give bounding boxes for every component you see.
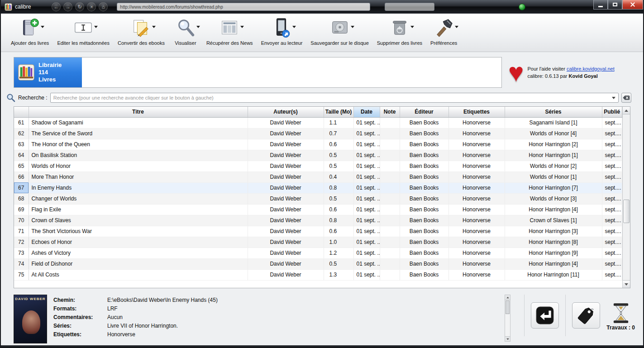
toolbar-button-send-to-device[interactable]: Envoyer au lecteur xyxy=(258,16,306,46)
cell-num[interactable]: 64 xyxy=(14,150,29,161)
cell-tags[interactable]: Honorverse xyxy=(448,237,505,248)
cell-date[interactable]: 01 sept. ... xyxy=(353,172,380,182)
cell-author[interactable]: David Weber xyxy=(248,204,324,215)
cell-size[interactable]: 1.0 xyxy=(324,237,353,248)
dropdown-arrow-icon[interactable] xyxy=(292,26,296,28)
cell-date[interactable]: 01 sept. ... xyxy=(353,215,380,226)
details-scroll-down-icon[interactable] xyxy=(505,336,510,341)
cell-author[interactable]: David Weber xyxy=(248,193,324,204)
cell-note[interactable] xyxy=(380,248,400,258)
cell-author[interactable]: David Weber xyxy=(248,139,324,150)
column-header-rating[interactable]: Note xyxy=(380,107,400,117)
table-row[interactable]: 74Field of DishonorDavid Weber0.501 sept… xyxy=(14,258,622,269)
cell-published[interactable]: sept.... xyxy=(602,226,622,237)
donate-heart-icon[interactable]: ♥ xyxy=(508,59,524,86)
cell-tags[interactable]: Honorverse xyxy=(448,117,505,128)
dropdown-arrow-icon[interactable] xyxy=(41,26,44,28)
cell-series[interactable]: Honor Harrington [2] xyxy=(505,139,602,150)
cell-size[interactable]: 1.3 xyxy=(324,269,353,280)
column-header-authors[interactable]: Auteur(s) xyxy=(248,107,324,117)
column-header-size[interactable]: Taille (Mo) xyxy=(324,107,353,117)
cell-tags[interactable]: Honorverse xyxy=(448,161,505,172)
book-cover[interactable]: DAVID WEBER xyxy=(14,295,47,343)
column-header-date[interactable]: Date xyxy=(353,107,380,117)
edit-tags-button[interactable] xyxy=(572,302,600,329)
cell-num[interactable]: 75 xyxy=(14,269,29,280)
dropdown-arrow-icon[interactable] xyxy=(455,26,458,28)
cell-author[interactable]: David Weber xyxy=(248,161,324,172)
cell-tags[interactable]: Honorverse xyxy=(448,128,505,139)
home-icon[interactable]: ⌂ xyxy=(99,2,108,11)
cell-publisher[interactable]: Baen Books xyxy=(400,204,448,215)
cell-note[interactable] xyxy=(380,161,400,172)
table-row[interactable]: 75At All CostsDavid Weber1.301 sept. ...… xyxy=(14,269,622,280)
cell-num[interactable]: 67 xyxy=(14,182,29,193)
jobs-indicator[interactable]: Travaux : 0 xyxy=(606,300,635,331)
toolbar-button-save-to-disk[interactable]: Sauvegarder sur le disque xyxy=(307,16,372,46)
dropdown-arrow-icon[interactable] xyxy=(351,26,354,28)
cell-series[interactable]: Worlds of Honor [3] xyxy=(505,193,602,204)
dropdown-arrow-icon[interactable] xyxy=(196,26,200,28)
cell-date[interactable]: 01 sept. ... xyxy=(353,248,380,258)
advanced-search-icon[interactable] xyxy=(6,93,15,102)
cell-published[interactable]: sept.... xyxy=(602,139,622,150)
cell-title[interactable]: The Honor of the Queen xyxy=(29,139,248,150)
cell-num[interactable]: 61 xyxy=(14,117,29,128)
toolbar-button-edit-metadata[interactable]: Editer les métadonnées xyxy=(53,16,113,46)
cell-title[interactable]: Flag in Exile xyxy=(29,204,248,215)
cell-published[interactable]: sept.... xyxy=(602,193,622,204)
cell-size[interactable]: 0.8 xyxy=(324,215,353,226)
cell-author[interactable]: David Weber xyxy=(248,117,324,128)
cell-series[interactable]: Worlds of Honor [4] xyxy=(505,128,602,139)
open-containing-folder-button[interactable] xyxy=(531,302,559,329)
cell-num[interactable]: 68 xyxy=(14,193,29,204)
column-header-tags[interactable]: Etiquettes xyxy=(448,107,505,117)
cell-series[interactable]: Honor Harrington [8] xyxy=(505,237,602,248)
back-icon[interactable]: ← xyxy=(52,2,61,11)
column-header-published[interactable]: Publié xyxy=(602,107,622,117)
dropdown-arrow-icon[interactable] xyxy=(94,26,98,28)
cell-note[interactable] xyxy=(380,150,400,161)
cell-size[interactable]: 0.5 xyxy=(324,161,353,172)
cell-note[interactable] xyxy=(380,237,400,248)
cell-author[interactable]: David Weber xyxy=(248,258,324,269)
cell-date[interactable]: 01 sept. ... xyxy=(353,161,380,172)
cell-published[interactable]: sept.... xyxy=(602,269,622,280)
cell-note[interactable] xyxy=(380,269,400,280)
cell-publisher[interactable]: Baen Books xyxy=(400,139,448,150)
cell-note[interactable] xyxy=(380,204,400,215)
cell-tags[interactable]: Honorverse xyxy=(448,182,505,193)
cell-num[interactable]: 62 xyxy=(14,128,29,139)
cell-title[interactable]: Ashes of Victory xyxy=(29,248,248,258)
cell-published[interactable]: sept.... xyxy=(602,172,622,182)
table-row[interactable]: 73Ashes of VictoryDavid Weber1.201 sept.… xyxy=(14,248,622,258)
cell-num[interactable]: 65 xyxy=(14,161,29,172)
scroll-up-icon[interactable] xyxy=(623,107,630,114)
cell-publisher[interactable]: Baen Books xyxy=(400,117,448,128)
cell-publisher[interactable]: Baen Books xyxy=(400,182,448,193)
cell-published[interactable]: sept.... xyxy=(602,182,622,193)
cell-num[interactable]: 71 xyxy=(14,226,29,237)
cell-published[interactable]: sept.... xyxy=(602,204,622,215)
column-header-publisher[interactable]: Éditeur xyxy=(400,107,448,117)
cell-series[interactable]: Saganami Island [1] xyxy=(505,117,602,128)
column-header-series[interactable]: Séries xyxy=(505,107,602,117)
cell-num[interactable]: 72 xyxy=(14,237,29,248)
dropdown-arrow-icon[interactable] xyxy=(152,26,156,28)
clear-search-button[interactable] xyxy=(621,93,631,103)
cell-author[interactable]: David Weber xyxy=(248,128,324,139)
cell-tags[interactable]: Honorverse xyxy=(448,258,505,269)
cell-date[interactable]: 01 sept. ... xyxy=(353,226,380,237)
dropdown-arrow-icon[interactable] xyxy=(410,26,414,28)
cell-title[interactable]: The Service of the Sword xyxy=(29,128,248,139)
stop-icon[interactable]: × xyxy=(87,2,96,11)
details-scroll-up-icon[interactable] xyxy=(505,295,510,300)
url-field[interactable] xyxy=(117,3,370,11)
cell-published[interactable]: sept.... xyxy=(602,258,622,269)
cell-note[interactable] xyxy=(380,258,400,269)
cell-series[interactable]: Crown of Slaves [1] xyxy=(505,215,602,226)
table-row[interactable]: 64On Basilisk StationDavid Weber0.501 se… xyxy=(14,150,622,161)
cell-num[interactable]: 66 xyxy=(14,172,29,182)
cell-title[interactable]: Field of Dishonor xyxy=(29,258,248,269)
cell-size[interactable]: 0.5 xyxy=(324,150,353,161)
